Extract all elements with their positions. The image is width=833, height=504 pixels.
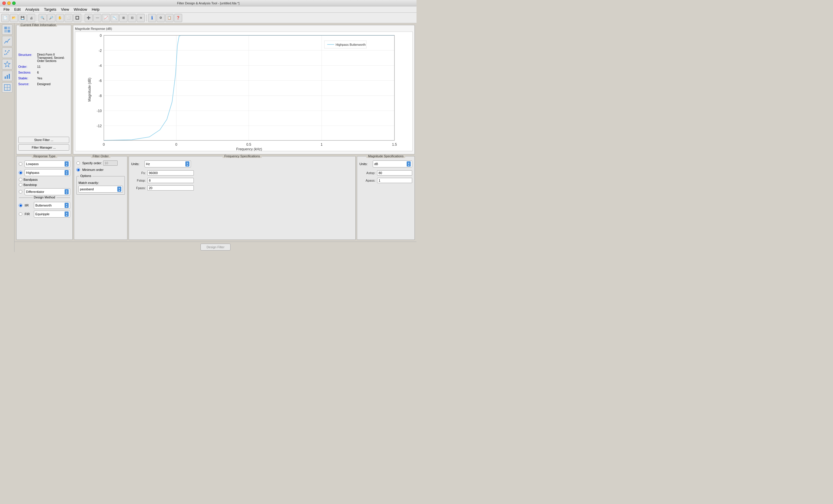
title-bar: Filter Design & Analysis Tool - [untitle…: [0, 0, 416, 6]
new-button[interactable]: 📄: [1, 14, 9, 22]
freq-spec-title: Frequency Specifications: [223, 154, 262, 158]
options-group-title: Options: [79, 174, 92, 177]
iir-method-dropdown[interactable]: Butterworth ▲ ▼: [34, 202, 70, 209]
menu-bar: File Edit Analysis Targets View Window H…: [0, 6, 416, 13]
fir-radio[interactable]: [19, 212, 22, 216]
toggle1-button[interactable]: 〰: [93, 14, 101, 22]
lowpass-dropdown[interactable]: Lowpass ▲ ▼: [25, 161, 70, 167]
differentiator-arrow[interactable]: ▲ ▼: [65, 189, 69, 194]
sidebar-icon-1[interactable]: [2, 24, 13, 35]
svg-text:1.5: 1.5: [392, 143, 397, 147]
freq-units-arrow[interactable]: ▲ ▼: [185, 161, 189, 167]
apass-row: Apass:: [359, 178, 412, 183]
open-button[interactable]: 📂: [10, 14, 18, 22]
iir-method-arrow[interactable]: ▲ ▼: [65, 203, 69, 208]
apass-input[interactable]: [377, 178, 412, 183]
svg-rect-2: [4, 30, 7, 32]
specify-order-input[interactable]: [103, 161, 118, 166]
design-method-title: Design Method: [33, 195, 56, 199]
bandpass-radio[interactable]: [19, 178, 22, 181]
lowpass-radio[interactable]: [19, 162, 22, 166]
filter-manager-button[interactable]: Filter Manager ...: [18, 144, 69, 151]
specify-order-row: Specify order:: [76, 161, 125, 166]
sidebar-icon-6[interactable]: [2, 82, 13, 93]
iir-radio[interactable]: [19, 203, 22, 207]
fir-method-arrow[interactable]: ▲ ▼: [65, 212, 69, 217]
store-filter-button[interactable]: Store Filter ...: [18, 137, 69, 143]
iir-label: IIR: [25, 203, 33, 207]
sidebar-icon-5[interactable]: [2, 71, 13, 81]
menu-edit[interactable]: Edit: [12, 7, 23, 12]
svg-text:Magnitude (dB): Magnitude (dB): [88, 78, 92, 102]
highpass-radio[interactable]: [19, 171, 22, 174]
toolbar-sep-2: [83, 15, 83, 21]
fpass-input[interactable]: [147, 185, 194, 191]
lowpass-row: Lowpass ▲ ▼: [19, 161, 70, 167]
zoom-in-button[interactable]: 🔍: [39, 14, 47, 22]
zoom-out-button[interactable]: 🔎: [47, 14, 55, 22]
menu-window[interactable]: Window: [71, 7, 89, 12]
toolbar-sep-3: [146, 15, 147, 21]
menu-file[interactable]: File: [1, 7, 12, 12]
help-button[interactable]: ❓: [174, 14, 182, 22]
traffic-lights[interactable]: [2, 1, 16, 5]
mag-units-dropdown[interactable]: dB ▲ ▼: [373, 161, 412, 167]
plot-title: Magnitude Response (dB): [75, 27, 413, 30]
maximize-button[interactable]: [12, 1, 16, 5]
mag-units-arrow[interactable]: ▲ ▼: [407, 161, 411, 167]
toggle8-button[interactable]: 📋: [165, 14, 173, 22]
fstop-input[interactable]: [147, 178, 194, 183]
differentiator-dropdown[interactable]: Differentiator ▲ ▼: [25, 188, 70, 195]
fir-method-dropdown[interactable]: Equiripple ▲ ▼: [34, 211, 70, 218]
bandstop-radio[interactable]: [19, 183, 22, 187]
toggle4-button[interactable]: ⊞: [119, 14, 127, 22]
fs-input[interactable]: [147, 170, 194, 175]
toggle6-button[interactable]: ≋: [137, 14, 145, 22]
freq-units-dropdown[interactable]: Hz ▲ ▼: [145, 161, 191, 167]
full-view-button[interactable]: 🔲: [73, 14, 81, 22]
apass-label: Apass:: [359, 179, 375, 182]
menu-analysis[interactable]: Analysis: [23, 7, 42, 12]
toggle2-button[interactable]: 📈: [102, 14, 110, 22]
minimize-button[interactable]: [7, 1, 11, 5]
menu-view[interactable]: View: [58, 7, 71, 12]
minimum-order-radio[interactable]: [76, 168, 80, 171]
toggle7-button[interactable]: ⚙: [157, 14, 165, 22]
sidebar-icon-2[interactable]: [2, 36, 13, 46]
sidebar-icon-3[interactable]: [2, 48, 13, 58]
menu-targets[interactable]: Targets: [42, 7, 59, 12]
astop-input[interactable]: [377, 170, 412, 175]
sidebar-icon-4[interactable]: [2, 59, 13, 70]
toggle3-button[interactable]: 📉: [111, 14, 119, 22]
toggle5-button[interactable]: ⊟: [128, 14, 136, 22]
menu-help[interactable]: Help: [90, 7, 102, 12]
stable-label: Stable:: [18, 76, 37, 80]
hand-button[interactable]: ✋: [56, 14, 64, 22]
fpass-label: Fpass:: [131, 186, 146, 190]
svg-point-8: [4, 54, 5, 55]
data-cursor-button[interactable]: ➕: [85, 14, 93, 22]
close-button[interactable]: [2, 1, 6, 5]
save-button[interactable]: 💾: [19, 14, 27, 22]
fir-row: FIR Equiripple ▲ ▼: [19, 211, 70, 218]
fir-label: FIR: [25, 212, 33, 216]
differentiator-radio[interactable]: [19, 190, 22, 193]
plot-area[interactable]: 0 -2 -4 -6 -8 -10 -12 0 0 0.5 1 1.5: [75, 31, 413, 151]
specify-order-radio[interactable]: [76, 161, 80, 165]
match-dropdown[interactable]: passband ▲ ▼: [78, 186, 123, 193]
design-filter-button[interactable]: Design Filter: [200, 244, 231, 250]
specify-order-label: Specify order:: [82, 161, 102, 165]
stable-row: Stable: Yes: [18, 76, 69, 80]
highpass-dropdown[interactable]: Highpass ▲ ▼: [25, 169, 70, 176]
options-group: Options Match exactly: passband ▲ ▼: [76, 176, 125, 195]
rect-zoom-button[interactable]: ⬜: [65, 14, 73, 22]
lowpass-arrow[interactable]: ▲ ▼: [65, 161, 69, 167]
highpass-arrow[interactable]: ▲ ▼: [65, 170, 69, 175]
print-button[interactable]: 🖨: [27, 14, 35, 22]
svg-text:-6: -6: [98, 79, 102, 83]
match-value: passband: [80, 187, 116, 191]
highpass-row: Highpass ▲ ▼: [19, 169, 70, 176]
info-button[interactable]: ℹ: [148, 14, 156, 22]
match-arrow[interactable]: ▲ ▼: [117, 187, 121, 192]
svg-rect-9: [5, 76, 6, 79]
